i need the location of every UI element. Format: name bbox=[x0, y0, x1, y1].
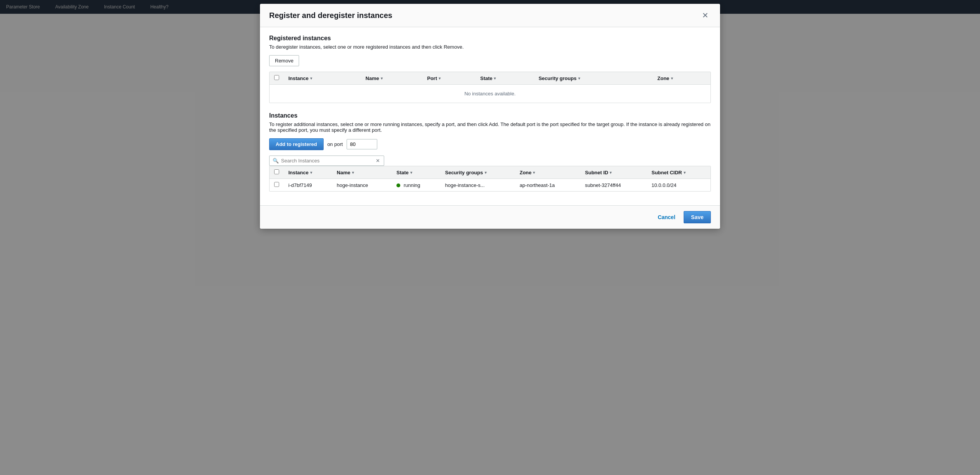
close-button[interactable]: ✕ bbox=[700, 10, 711, 14]
modal-title: Register and deregister instances bbox=[269, 11, 392, 14]
register-instances-modal: Register and deregister instances ✕ Regi… bbox=[260, 4, 720, 14]
modal-header: Register and deregister instances ✕ bbox=[260, 4, 720, 14]
modal-overlay: Register and deregister instances ✕ Regi… bbox=[0, 0, 980, 14]
